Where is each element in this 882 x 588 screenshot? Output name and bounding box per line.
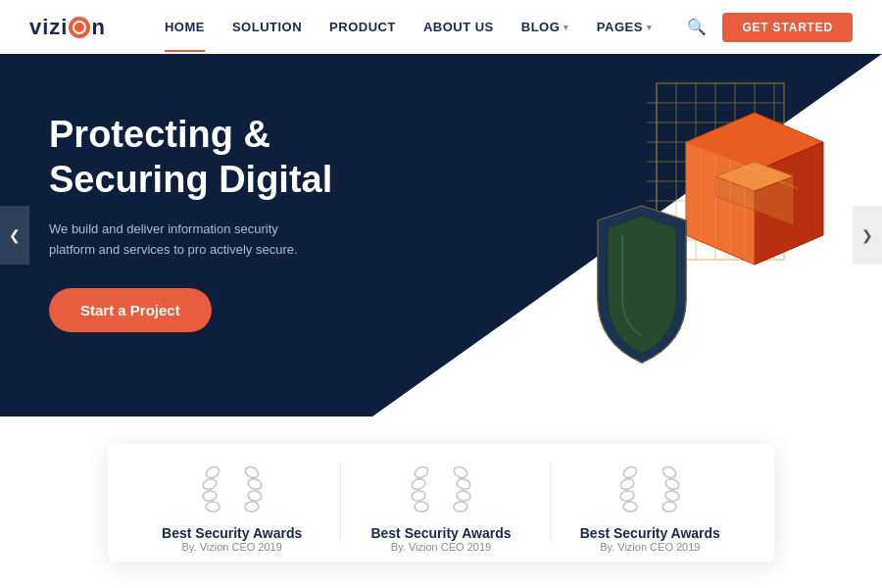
award-subtitle-1: By. Vizion CEO 2019 [162, 541, 302, 553]
svg-point-41 [411, 489, 426, 501]
svg-point-53 [665, 489, 681, 501]
nav-right: 🔍 GET STARTED [687, 13, 853, 42]
svg-point-44 [456, 476, 472, 490]
award-title-1: Best Security Awards [162, 525, 302, 541]
navbar: vizi n HOME SOLUTION PRODUCT ABOUT US BL… [0, 0, 882, 54]
svg-point-33 [202, 489, 218, 501]
svg-point-40 [411, 476, 427, 490]
svg-point-42 [415, 501, 429, 512]
next-slide-button[interactable]: ❯ [853, 206, 882, 265]
hero-section: ❮ ❯ Protecting & Securing Digital We bui… [0, 54, 882, 416]
award-item-1: Best Security Awards By. Vizion CEO 2019 [162, 453, 302, 553]
get-started-button[interactable]: GET STARTED [722, 13, 853, 42]
start-project-button[interactable]: Start a Project [49, 288, 212, 332]
hero-illustration [470, 64, 804, 397]
award-text-1: Best Security Awards By. Vizion CEO 2019 [162, 525, 302, 553]
logo-text-start: vizi [29, 15, 68, 40]
svg-point-45 [456, 489, 471, 501]
nav-product[interactable]: PRODUCT [329, 20, 396, 34]
award-badge-3 [615, 453, 684, 521]
svg-point-46 [454, 501, 468, 512]
laurel-wreath-icon-3 [615, 453, 684, 521]
laurel-wreath-icon-1 [198, 453, 267, 521]
nav-pages[interactable]: PAGES ▾ [597, 20, 653, 34]
svg-point-36 [246, 476, 263, 490]
svg-point-31 [204, 465, 220, 480]
hero-title: Protecting & Securing Digital [49, 113, 332, 202]
award-subtitle-2: By. Vizion CEO 2019 [370, 541, 511, 553]
svg-point-49 [620, 489, 636, 501]
next-arrow-icon: ❯ [861, 227, 873, 243]
svg-point-50 [623, 501, 638, 512]
svg-point-35 [243, 465, 260, 480]
svg-point-38 [244, 501, 259, 512]
laurel-wreath-icon-2 [407, 453, 475, 521]
svg-point-34 [205, 501, 220, 512]
pages-caret: ▾ [647, 23, 653, 32]
svg-point-43 [452, 465, 468, 480]
prev-slide-button[interactable]: ❮ [0, 206, 29, 265]
award-subtitle-3: By. Vizion CEO 2019 [580, 541, 720, 553]
nav-solution[interactable]: SOLUTION [232, 20, 302, 34]
award-item-2: Best Security Awards By. Vizion CEO 2019 [370, 453, 511, 553]
svg-point-48 [619, 476, 636, 490]
svg-point-54 [662, 501, 677, 512]
nav-blog[interactable]: BLOG ▾ [521, 20, 569, 34]
nav-about[interactable]: ABOUT US [423, 20, 494, 34]
award-item-3: Best Security Awards By. Vizion CEO 2019 [580, 453, 720, 553]
prev-arrow-icon: ❮ [9, 227, 21, 243]
awards-section: Best Security Awards By. Vizion CEO 2019 [0, 416, 882, 588]
award-text-3: Best Security Awards By. Vizion CEO 2019 [580, 525, 720, 553]
logo-icon [69, 17, 90, 38]
logo-text-end: n [91, 15, 105, 40]
hero-subtitle: We build and deliver information securit… [49, 220, 304, 261]
search-icon[interactable]: 🔍 [687, 18, 707, 36]
award-badge-2 [407, 453, 475, 521]
svg-point-32 [201, 476, 218, 490]
svg-point-39 [413, 465, 429, 480]
svg-point-52 [664, 476, 681, 490]
hero-content: Protecting & Securing Digital We build a… [49, 113, 332, 332]
nav-home[interactable]: HOME [165, 20, 205, 34]
hero-3d-graphic [470, 64, 804, 397]
award-badge-1 [198, 453, 267, 521]
award-title-3: Best Security Awards [580, 525, 720, 541]
awards-card: Best Security Awards By. Vizion CEO 2019 [108, 444, 774, 562]
svg-point-47 [622, 465, 639, 480]
award-text-2: Best Security Awards By. Vizion CEO 2019 [370, 525, 511, 553]
blog-caret: ▾ [564, 23, 569, 32]
svg-point-51 [662, 465, 678, 480]
nav-links: HOME SOLUTION PRODUCT ABOUT US BLOG ▾ PA… [165, 20, 688, 34]
svg-point-37 [247, 489, 263, 501]
logo[interactable]: vizi n [29, 15, 106, 40]
award-title-2: Best Security Awards [370, 525, 511, 541]
